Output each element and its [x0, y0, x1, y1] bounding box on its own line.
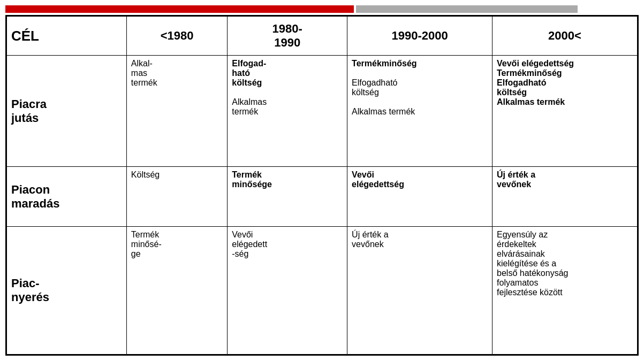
page-wrapper: CÉL <1980 1980- 1990 1990-2000 2000< Pia…: [0, 0, 644, 361]
cell-piacra-2000: Vevői elégedettség Termékminőség Elfogad…: [493, 56, 638, 167]
cell-piacnyeres-1990-2000: Új érték avevőnek: [347, 226, 493, 354]
top-bar: [5, 5, 639, 13]
header-1980: <1980: [126, 17, 227, 56]
cell-piacra-1990-2000: Termékminőség Elfogadhatóköltség Alkalma…: [347, 56, 493, 167]
table-row: Piaconmaradás Költség Termékminősége Vev…: [7, 167, 638, 227]
cell-piacon-1980: Költség: [126, 167, 227, 227]
header-2000: 2000<: [493, 17, 638, 56]
cell-piacra-1980-1990: Elfogad-hatóköltség Alkalmastermék: [228, 56, 347, 167]
table-row: Piac-nyerés Termékminősé-ge Vevőielégede…: [7, 226, 638, 354]
cell-piacra-1980: Alkal-mastermék: [126, 56, 227, 167]
table-row: Piacrajutás Alkal-mastermék Elfogad-ható…: [7, 56, 638, 167]
cell-piacnyeres-1980-1990: Vevőielégedett-ség: [228, 226, 347, 354]
row-header-piacon-marads: Piaconmaradás: [7, 167, 127, 227]
table-container: CÉL <1980 1980- 1990 1990-2000 2000< Pia…: [5, 15, 639, 356]
cell-piacon-2000: Új érték avevőnek: [493, 167, 638, 227]
header-1990-2000: 1990-2000: [347, 17, 493, 56]
header-1980-1990: 1980- 1990: [228, 17, 347, 56]
cell-piacnyeres-1980: Termékminősé-ge: [126, 226, 227, 354]
main-table: CÉL <1980 1980- 1990 1990-2000 2000< Pia…: [6, 16, 638, 355]
top-bar-red: [5, 5, 354, 13]
cell-piacon-1980-1990: Termékminősége: [228, 167, 347, 227]
header-row: CÉL <1980 1980- 1990 1990-2000 2000<: [7, 17, 638, 56]
header-cel: CÉL: [7, 17, 127, 56]
row-header-piacnyeres: Piac-nyerés: [7, 226, 127, 354]
cell-piacnyeres-2000: Egyensúly azérdekeltekelvárásainakkielég…: [493, 226, 638, 354]
row-header-piacra-jutas: Piacrajutás: [7, 56, 127, 167]
top-bar-gray: [356, 5, 578, 13]
cell-piacon-1990-2000: Vevőielégedettség: [347, 167, 493, 227]
